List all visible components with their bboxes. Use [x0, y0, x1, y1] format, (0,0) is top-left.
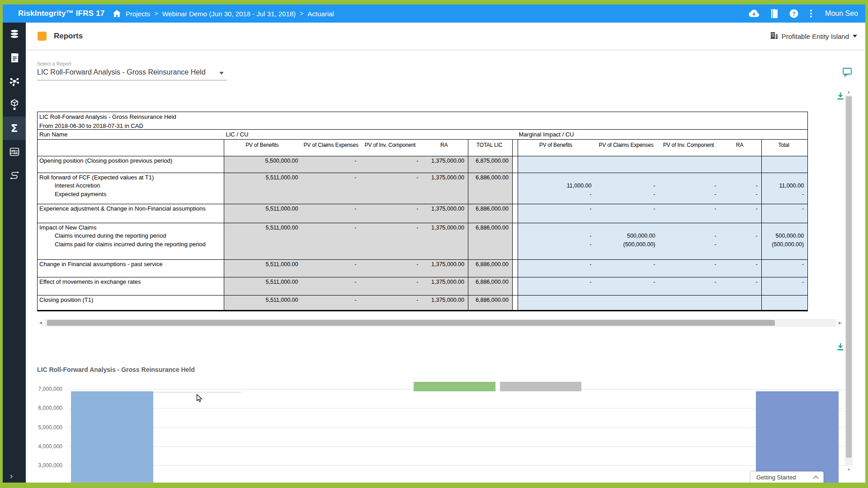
marginal-value: - [595, 190, 659, 198]
marginal-value: - [720, 259, 762, 268]
breadcrumb-item[interactable]: Webinar Demo (Jun 30, 2018 - Jul 31, 201… [162, 10, 296, 18]
row-spacer [518, 268, 595, 277]
vertical-scrollbar-thumb[interactable] [846, 96, 852, 458]
getting-started-label: Getting Started [756, 474, 796, 481]
row-spacer [595, 198, 659, 204]
column-gap [513, 231, 518, 240]
download-chart-icon[interactable] [836, 342, 845, 353]
gridline [67, 427, 848, 428]
lic-value [422, 240, 468, 249]
report-table-container: LIC Roll-Forward Analysis - Gross Reinsu… [37, 112, 808, 311]
marginal-value: - [762, 190, 808, 198]
horizontal-scrollbar[interactable]: ◀ ▶ [37, 319, 844, 327]
marginal-value [659, 173, 720, 181]
column-gap [513, 204, 518, 212]
sidebar-item-workflow[interactable] [3, 164, 26, 187]
row-spacer [302, 286, 360, 295]
bar-marginal-increase[interactable] [414, 382, 495, 391]
bar-closing-position[interactable] [756, 391, 839, 483]
column-gap [513, 304, 518, 310]
column-gap [513, 156, 518, 164]
lic-value: - [302, 259, 360, 268]
marginal-value [762, 295, 808, 304]
column-gap [513, 164, 518, 173]
more-menu-icon[interactable] [810, 9, 812, 19]
bar-opening-position[interactable] [71, 391, 153, 483]
vertical-scrollbar[interactable]: ▲ ▼ [845, 88, 853, 473]
marginal-value: - [595, 277, 659, 286]
lic-value [422, 181, 468, 190]
row-spacer [38, 164, 224, 173]
run-name-header: Run Name [38, 129, 224, 139]
entity-selector[interactable]: Profitable Entity Island [770, 23, 857, 50]
scroll-down-icon[interactable]: ▼ [845, 466, 853, 473]
row-spacer [360, 286, 422, 295]
marginal-value [720, 240, 762, 249]
row-label: Effect of movements in exchange rates [38, 277, 224, 286]
marginal-value: - [659, 231, 720, 240]
marginal-value: - [518, 259, 595, 268]
release-notes-icon[interactable] [770, 9, 778, 19]
row-spacer [302, 198, 360, 204]
cloud-download-icon[interactable] [748, 9, 760, 18]
home-icon[interactable] [113, 9, 121, 18]
sidebar-item-ledger[interactable] [3, 140, 26, 164]
marginal-value: (500,000.00) [762, 240, 808, 249]
column-header: PV of Benefits [224, 139, 302, 156]
row-spacer [518, 198, 595, 204]
row-spacer [720, 249, 762, 259]
sidebar-item-models[interactable] [3, 93, 26, 117]
scroll-left-icon[interactable]: ◀ [37, 319, 44, 327]
lic-value: 6,886,000.00 [468, 173, 513, 181]
chevron-down-icon [219, 72, 224, 75]
row-label: Interest Accretion [38, 181, 224, 190]
lic-value: 5,511,000.00 [224, 223, 302, 231]
sidebar-item-documents[interactable] [3, 46, 26, 70]
sidebar-item-mapping[interactable] [3, 70, 26, 93]
gridline [67, 446, 848, 447]
lic-value: - [360, 295, 422, 304]
breadcrumb-item[interactable]: Actuarial [307, 10, 334, 18]
marginal-value: - [762, 204, 808, 212]
column-gap [513, 190, 518, 198]
sigma-icon: Σ [11, 123, 18, 134]
help-icon[interactable]: ? [789, 9, 799, 19]
sidebar-item-calculations[interactable]: Σ [3, 117, 26, 140]
lic-value: - [360, 223, 422, 231]
row-spacer [659, 212, 720, 223]
lic-value: - [360, 156, 422, 164]
lic-value: - [302, 156, 360, 164]
user-menu[interactable]: Moun Seo [825, 9, 858, 18]
sidebar-item-data[interactable] [3, 23, 26, 46]
column-gap [513, 249, 518, 259]
row-spacer [302, 212, 360, 223]
row-spacer [659, 164, 720, 173]
horizontal-scrollbar-thumb[interactable] [47, 320, 775, 326]
getting-started-button[interactable]: Getting Started [750, 471, 824, 483]
column-gap [513, 277, 518, 286]
lic-value: 1,375,000.00 [422, 223, 468, 231]
marginal-value: - [659, 190, 720, 198]
report-select[interactable]: LIC Roll-Forward Analysis - Gross Reinsu… [37, 68, 227, 76]
row-spacer [38, 198, 224, 204]
row-spacer [468, 198, 513, 204]
comment-icon[interactable] [842, 66, 853, 80]
marginal-value: - [762, 277, 808, 286]
column-header: PV of Claims Expenses [595, 139, 659, 156]
column-header: Total [762, 139, 808, 156]
sidebar-expand-button[interactable]: › [3, 471, 26, 481]
scroll-up-icon[interactable]: ▲ [845, 88, 853, 95]
row-spacer [38, 304, 224, 310]
marginal-value: - [659, 204, 720, 212]
download-table-icon[interactable] [836, 91, 845, 102]
row-spacer [595, 286, 659, 295]
row-spacer [224, 198, 302, 204]
column-gap [513, 259, 518, 268]
bar-marginal-decrease[interactable] [500, 382, 581, 391]
marginal-value: - [720, 190, 762, 198]
breadcrumb-item[interactable]: Projects [126, 10, 150, 18]
scroll-right-icon[interactable]: ▶ [836, 319, 844, 327]
row-spacer [595, 212, 659, 223]
topbar-actions: ? Moun Seo [748, 5, 858, 23]
waterfall-chart: 7,000,0006,000,0005,000,0004,000,0003,00… [34, 380, 848, 483]
